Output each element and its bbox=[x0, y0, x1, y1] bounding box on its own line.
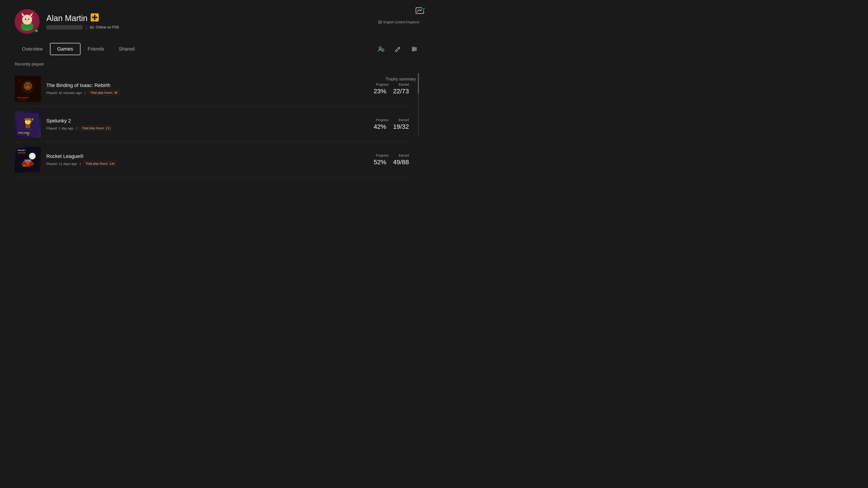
svg-point-18 bbox=[92, 27, 93, 28]
played-ago-isaac: Played: 42 minutes ago bbox=[46, 91, 82, 95]
divider-pipe-3: | bbox=[80, 162, 81, 166]
recently-played-title: Recently played bbox=[15, 62, 409, 67]
svg-point-23 bbox=[379, 47, 381, 49]
play-time-badge-rocket: Total play hours: 134 bbox=[84, 161, 117, 166]
chart-check-icon[interactable] bbox=[414, 5, 427, 17]
table-row: SPELUNKY 2 Spelunky 2 Played: 1 day ago … bbox=[15, 107, 409, 142]
svg-rect-11 bbox=[21, 25, 33, 26]
svg-point-33 bbox=[412, 50, 414, 51]
svg-text:LEAGUE: LEAGUE bbox=[18, 152, 25, 154]
earned-label-2: Earned bbox=[395, 118, 409, 122]
svg-text:♥: ♥ bbox=[32, 15, 34, 19]
tab-shared[interactable]: Shared bbox=[112, 43, 142, 55]
svg-point-42 bbox=[18, 79, 21, 83]
ps5-icon bbox=[90, 25, 94, 29]
table-row: ROCKET LEAGUE Rocket League® Played: 11 … bbox=[15, 142, 409, 177]
svg-point-7 bbox=[25, 19, 26, 20]
game-trophy-isaac: Progress Earned 23% 22/73 bbox=[368, 83, 409, 95]
svg-text:ROCKET: ROCKET bbox=[18, 149, 25, 151]
profile-name-row: Alan Martin bbox=[46, 13, 119, 23]
svg-text:THE BINDING: THE BINDING bbox=[17, 97, 29, 99]
svg-point-39 bbox=[27, 86, 29, 88]
svg-point-32 bbox=[415, 48, 416, 50]
svg-rect-57 bbox=[25, 160, 31, 162]
earned-value-rocket: 49/88 bbox=[393, 159, 409, 166]
svg-point-61 bbox=[30, 164, 32, 165]
game-info-isaac: The Binding of Isaac: Rebirth Played: 42… bbox=[46, 83, 363, 95]
psplus-icon bbox=[91, 13, 99, 23]
table-row: THE BINDING OF ISAAC The Binding of Isaa… bbox=[15, 71, 409, 107]
svg-point-50 bbox=[31, 118, 33, 120]
trophy-summary-title: Trophy summary bbox=[385, 77, 416, 82]
language-icon bbox=[378, 20, 382, 24]
svg-point-37 bbox=[25, 84, 27, 86]
svg-text:OF ISAAC: OF ISAAC bbox=[19, 99, 26, 101]
svg-rect-16 bbox=[90, 26, 94, 29]
svg-rect-19 bbox=[379, 21, 382, 24]
games-list: Recently played THE BINDING OF ISAAC bbox=[15, 62, 409, 177]
scrollbar[interactable] bbox=[418, 73, 419, 177]
svg-point-8 bbox=[28, 19, 29, 20]
profile-info: Alan Martin | Online on PS5 bbox=[46, 13, 119, 30]
progress-label-3: Progress bbox=[375, 154, 389, 157]
game-title-spelunky: Spelunky 2 bbox=[46, 118, 363, 124]
avatar: ♥ bbox=[15, 9, 39, 34]
svg-rect-12 bbox=[21, 27, 33, 28]
svg-rect-15 bbox=[92, 17, 97, 18]
earned-label-1: Earned bbox=[395, 83, 409, 86]
svg-rect-17 bbox=[91, 27, 92, 28]
play-time-badge-spelunky: Total play hours: 211 bbox=[80, 126, 113, 131]
game-thumbnail-rocket[interactable]: ROCKET LEAGUE bbox=[15, 147, 41, 173]
main-content: Recently played THE BINDING OF ISAAC bbox=[0, 57, 434, 182]
svg-rect-47 bbox=[26, 119, 30, 121]
online-status: Online on PS5 bbox=[90, 25, 119, 29]
tab-overview[interactable]: Overview bbox=[15, 43, 50, 55]
profile-name: Alan Martin bbox=[46, 13, 88, 23]
tab-games[interactable]: Games bbox=[50, 43, 81, 55]
online-status-text: Online on PS5 bbox=[96, 25, 119, 29]
divider-pipe-2: | bbox=[76, 126, 77, 130]
progress-label-2: Progress bbox=[375, 118, 389, 122]
svg-point-31 bbox=[412, 47, 414, 48]
svg-point-43 bbox=[34, 81, 36, 84]
progress-label-1: Progress bbox=[375, 83, 389, 86]
game-thumbnail-isaac[interactable]: THE BINDING OF ISAAC bbox=[15, 76, 41, 102]
svg-point-4 bbox=[22, 15, 32, 25]
username-bar bbox=[46, 25, 83, 30]
tab-friends[interactable]: Friends bbox=[81, 43, 112, 55]
online-indicator bbox=[35, 29, 38, 33]
game-trophy-spelunky: Progress Earned 42% 19/32 bbox=[368, 118, 409, 130]
add-friend-button[interactable] bbox=[376, 44, 386, 54]
played-ago-spelunky: Played: 1 day ago bbox=[46, 126, 73, 130]
progress-value-spelunky: 42% bbox=[373, 123, 386, 130]
game-info-rocket: Rocket League® Played: 11 days ago | Tot… bbox=[46, 153, 363, 166]
svg-point-64 bbox=[23, 165, 26, 166]
language-text: English (United Kingdom) bbox=[383, 20, 419, 24]
game-title-rocket: Rocket League® bbox=[46, 153, 363, 159]
settings-button[interactable] bbox=[409, 44, 419, 54]
svg-rect-48 bbox=[26, 124, 30, 128]
svg-point-9 bbox=[26, 20, 28, 21]
svg-text:2: 2 bbox=[27, 133, 29, 136]
profile-section: ♥ Alan Martin | bbox=[0, 0, 434, 38]
game-title-isaac: The Binding of Isaac: Rebirth bbox=[46, 83, 363, 88]
played-ago-rocket: Played: 11 days ago bbox=[46, 162, 77, 166]
svg-point-38 bbox=[29, 84, 31, 86]
svg-point-36 bbox=[24, 82, 32, 90]
edit-button[interactable] bbox=[393, 44, 403, 54]
game-meta-spelunky: Played: 1 day ago | Total play hours: 21… bbox=[46, 126, 363, 131]
earned-label-3: Earned bbox=[395, 154, 409, 157]
play-time-badge-isaac: Total play hours: 36 bbox=[88, 90, 120, 95]
game-meta-isaac: Played: 42 minutes ago | Total play hour… bbox=[46, 90, 363, 95]
divider-pipe-1: | bbox=[85, 91, 86, 95]
game-info-spelunky: Spelunky 2 Played: 1 day ago | Total pla… bbox=[46, 118, 363, 131]
language-label: English (United Kingdom) bbox=[378, 20, 419, 24]
earned-value-spelunky: 19/32 bbox=[393, 123, 409, 130]
nav-tabs: Overview Games Friends Shared bbox=[0, 41, 434, 57]
earned-value-isaac: 22/73 bbox=[393, 88, 409, 95]
nav-actions bbox=[376, 44, 419, 54]
game-thumbnail-spelunky[interactable]: SPELUNKY 2 bbox=[15, 111, 41, 137]
progress-value-rocket: 52% bbox=[373, 159, 386, 166]
profile-sub-row: | Online on PS5 bbox=[46, 25, 119, 30]
game-trophy-rocket: Progress Earned 52% 49/88 bbox=[368, 154, 409, 166]
